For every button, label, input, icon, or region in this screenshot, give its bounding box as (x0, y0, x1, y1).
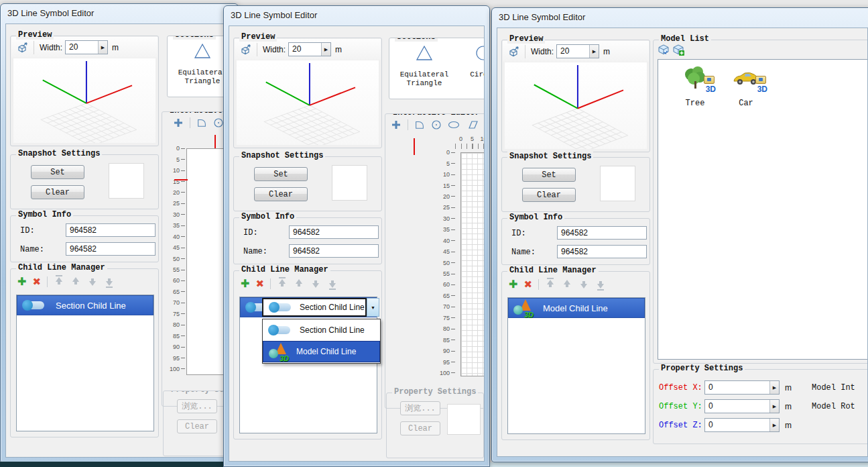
camera-reset-icon[interactable] (17, 42, 28, 53)
parallelogram-icon[interactable] (466, 119, 478, 130)
offset-y-value[interactable]: 0 (705, 400, 769, 413)
spinner-arrow-icon[interactable]: ▶ (589, 45, 599, 58)
editor-canvas[interactable] (460, 152, 485, 376)
width-spinner[interactable]: 20 ▶ (65, 40, 108, 54)
move-bottom-icon[interactable] (595, 279, 606, 289)
move-top-icon[interactable] (277, 278, 288, 289)
add-child-line-icon[interactable]: ✚ (509, 278, 517, 291)
offset-z-spinner[interactable]: 0 ▶ (704, 418, 780, 432)
offset-y-spinner[interactable]: 0 ▶ (704, 399, 780, 413)
preview-3d-view[interactable] (13, 58, 156, 143)
offset-z-value[interactable]: 0 (705, 419, 769, 431)
combo-dropdown-button[interactable]: ▼ (367, 298, 379, 317)
delete-child-line-icon[interactable]: ✖ (523, 278, 532, 291)
child-line-type-combo[interactable]: Section Child Line (262, 298, 367, 317)
combo-value: Section Child Line (300, 303, 365, 312)
model-clear-button: Clear (400, 421, 440, 435)
spinner-arrow-icon[interactable]: ▶ (321, 43, 330, 56)
snapshot-clear-button[interactable]: Clear (522, 188, 576, 202)
width-value[interactable]: 20 (66, 41, 98, 54)
camera-reset-icon[interactable] (240, 44, 251, 55)
add-child-line-icon[interactable]: ✚ (241, 277, 249, 290)
id-field[interactable] (66, 223, 156, 237)
snapshot-set-button[interactable]: Set (522, 168, 576, 182)
move-down-icon[interactable] (87, 276, 98, 287)
spinner-arrow-icon[interactable]: ▶ (769, 400, 779, 413)
toolbar-separator (525, 45, 525, 58)
snapshot-clear-button[interactable]: Clear (254, 187, 308, 201)
section-item-triangle[interactable]: Equilateral Triangle (393, 45, 455, 88)
add-model-icon[interactable] (672, 44, 684, 56)
width-unit: m (603, 47, 610, 56)
move-up-icon[interactable] (294, 278, 304, 289)
delete-child-line-icon[interactable]: ✖ (255, 278, 264, 290)
snapshot-set-button[interactable]: Set (31, 165, 84, 179)
model-item-tree[interactable]: 3D Tree (672, 65, 719, 108)
child-line-toolbar: ✚ ✖ (17, 275, 115, 288)
editor-toolbar (391, 119, 485, 130)
id-field[interactable] (557, 226, 647, 240)
width-value[interactable]: 20 (289, 43, 321, 56)
move-top-icon[interactable] (545, 279, 556, 289)
symbol-info-group: Symbol Info ID: Name: (10, 215, 159, 262)
ruler-tick-label: 35 (435, 224, 455, 235)
width-value[interactable]: 20 (557, 45, 589, 58)
move-icon[interactable] (391, 119, 401, 130)
move-icon[interactable] (173, 117, 184, 128)
preview-group-label: Preview (16, 30, 54, 40)
spinner-arrow-icon[interactable]: ▶ (769, 419, 779, 431)
combo-option-model[interactable]: 3D Model Child Line (263, 341, 380, 362)
child-line-list (239, 297, 377, 433)
add-child-line-icon[interactable]: ✚ (17, 275, 26, 288)
preview-3d-view[interactable] (505, 62, 647, 149)
preview-3d-view[interactable] (237, 60, 379, 145)
titlebar[interactable]: 3D Line Symbol Editor (492, 8, 868, 27)
child-line-manager-label: Child Line Manager (239, 265, 330, 274)
snapshot-clear-button[interactable]: Clear (31, 185, 84, 199)
clear-button-label: Clear (269, 190, 293, 199)
move-up-icon[interactable] (70, 276, 81, 287)
model-preview-box (447, 404, 481, 435)
circle-icon[interactable] (431, 119, 442, 130)
x-axis (86, 85, 132, 103)
child-line-row-section[interactable]: Section Child Line (17, 295, 153, 315)
pentagon-icon[interactable] (484, 119, 485, 130)
width-spinner[interactable]: 20 ▶ (288, 42, 331, 56)
delete-child-line-icon[interactable]: ✖ (32, 276, 41, 288)
model-item-car[interactable]: 3D Car (723, 65, 769, 108)
snapshot-preview-box (109, 163, 144, 199)
circle-icon[interactable] (213, 117, 224, 128)
titlebar[interactable]: 3D Line Symbol Editor (224, 6, 489, 25)
sector-icon[interactable] (196, 117, 207, 128)
snapshot-group-label: Snapshot Settings (507, 152, 593, 161)
move-bottom-icon[interactable] (104, 276, 115, 287)
offset-z-label: Offset Z: (659, 421, 702, 430)
move-up-icon[interactable] (562, 279, 572, 289)
move-top-icon[interactable] (54, 276, 64, 287)
symbol-info-group: Symbol Info ID: Name: (501, 218, 650, 265)
combo-option-section[interactable]: Section Child Line (263, 319, 380, 341)
x-axis (578, 90, 623, 108)
section-line-icon (269, 302, 292, 313)
spinner-arrow-icon[interactable]: ▶ (769, 381, 779, 394)
move-down-icon[interactable] (578, 279, 589, 289)
name-field[interactable] (557, 245, 647, 258)
move-bottom-icon[interactable] (327, 278, 338, 289)
offset-x-spinner[interactable]: 0 ▶ (704, 380, 780, 395)
id-field[interactable] (289, 225, 379, 239)
camera-reset-icon[interactable] (508, 46, 519, 57)
child-line-row-model[interactable]: 3D Model Child Line (508, 298, 645, 318)
move-down-icon[interactable] (310, 278, 321, 289)
name-field[interactable] (66, 242, 156, 256)
sector-icon[interactable] (414, 119, 425, 130)
import-model-icon[interactable] (658, 44, 670, 56)
width-spinner[interactable]: 20 ▶ (556, 44, 599, 58)
offset-x-value[interactable]: 0 (705, 381, 769, 394)
titlebar[interactable]: 3D Line Symbol Editor (1, 4, 238, 23)
ellipse-icon[interactable] (448, 119, 460, 130)
spinner-arrow-icon[interactable]: ▶ (98, 41, 107, 54)
id-label: ID: (20, 226, 35, 236)
section-item-circle[interactable]: Circle (462, 45, 485, 79)
name-field[interactable] (289, 244, 379, 258)
snapshot-set-button[interactable]: Set (254, 167, 308, 181)
